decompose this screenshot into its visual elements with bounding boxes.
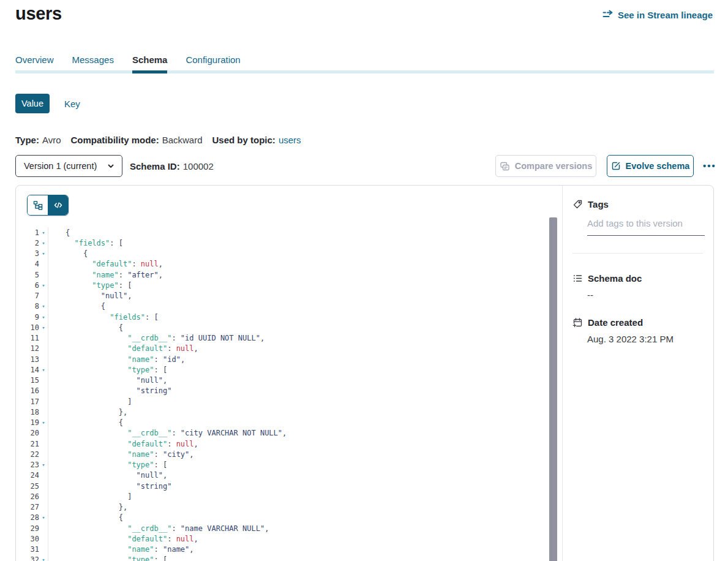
schema-doc-value: -- (587, 290, 703, 300)
fold-arrow-icon[interactable]: ▾ (39, 462, 48, 468)
line-number: 26 (16, 492, 39, 501)
code-line: 16 "string" (16, 386, 562, 396)
schema-id-field: Schema ID:100002 (130, 161, 214, 171)
view-mode-toggle (27, 195, 69, 216)
sidebar-divider (572, 253, 703, 254)
line-number: 17 (16, 397, 39, 406)
date-created-heading: Date created (572, 317, 703, 328)
code-line: 24 "null", (16, 470, 562, 481)
date-created-heading-label: Date created (588, 317, 643, 328)
schema-doc-heading-label: Schema doc (588, 273, 642, 284)
line-number: 5 (16, 271, 39, 279)
code-line: 15 "null", (16, 375, 562, 386)
tags-heading: Tags (572, 199, 703, 209)
code-line: 20 "__crdb__": "city VARCHAR NOT NULL", (16, 428, 562, 439)
tab-schema[interactable]: Schema (132, 55, 168, 66)
editor-toolbar (16, 186, 562, 216)
editor-scrollbar[interactable] (549, 217, 557, 561)
chevron-down-icon (107, 162, 114, 170)
tags-heading-label: Tags (588, 199, 609, 209)
code-line: 1▾{ (16, 227, 562, 238)
code-line: 4 "default": null, (16, 259, 562, 269)
fold-arrow-icon[interactable]: ▾ (39, 282, 48, 288)
line-number: 7 (16, 292, 39, 300)
code-text: "default": null, (48, 260, 163, 268)
code-line: 26 ] (16, 491, 562, 502)
code-text: "default": null, (48, 440, 198, 448)
code-line: 28▾ { (16, 513, 562, 523)
code-text: "name": "name", (48, 545, 194, 554)
line-number: 25 (16, 482, 39, 491)
compatibility-value: Backward (162, 135, 203, 145)
schema-panel: 1▾{2▾ "fields": [3▾ {4 "default": null,5… (15, 185, 714, 561)
compare-versions-button[interactable]: Compare versions (495, 155, 596, 177)
schema-code-editor[interactable]: 1▾{2▾ "fields": [3▾ {4 "default": null,5… (16, 186, 563, 561)
code-text: "string" (48, 386, 171, 395)
code-line: 7 "null", (16, 291, 562, 301)
line-number: 15 (16, 376, 39, 385)
topic-link[interactable]: users (279, 135, 301, 145)
tab-configuration[interactable]: Configuration (186, 55, 240, 66)
fold-arrow-icon[interactable]: ▾ (39, 230, 48, 236)
code-line: 22 "name": "city", (16, 449, 562, 459)
fold-arrow-icon[interactable]: ▾ (39, 314, 48, 320)
evolve-schema-button[interactable]: Evolve schema (607, 155, 694, 177)
value-toggle-button[interactable]: Value (15, 94, 50, 113)
code-line: 10▾ { (16, 322, 562, 333)
code-lines: 1▾{2▾ "fields": [3▾ {4 "default": null,5… (16, 227, 562, 561)
stream-lineage-link[interactable]: See in Stream lineage (602, 9, 713, 20)
code-text: "default": null, (48, 344, 198, 353)
version-select[interactable]: Version 1 (current) (15, 155, 122, 177)
code-line: 14▾ "type": [ (16, 364, 562, 375)
line-number: 6 (16, 281, 39, 290)
line-number: 23 (16, 461, 39, 469)
fold-arrow-icon[interactable]: ▾ (39, 420, 48, 426)
code-line: 27 }, (16, 502, 562, 513)
fold-arrow-icon[interactable]: ▾ (39, 514, 48, 521)
code-text: }, (48, 408, 127, 416)
tree-view-button[interactable] (28, 195, 48, 215)
code-line: 19▾ { (16, 418, 562, 428)
line-number: 30 (16, 535, 39, 543)
date-created-value: Aug. 3 2022 3:21 PM (587, 334, 703, 344)
code-view-icon (53, 200, 63, 210)
code-view-button[interactable] (48, 195, 68, 215)
line-number: 22 (16, 450, 39, 459)
stream-lineage-icon (602, 9, 614, 20)
tab-overview[interactable]: Overview (15, 55, 54, 66)
fold-arrow-icon[interactable]: ▾ (39, 557, 48, 561)
fold-arrow-icon[interactable]: ▾ (39, 325, 48, 331)
code-line: 12 "default": null, (16, 344, 562, 354)
code-text: "fields": [ (48, 239, 123, 247)
fold-arrow-icon[interactable]: ▾ (39, 367, 48, 373)
more-options-button[interactable]: ••• (702, 155, 718, 177)
line-number: 4 (16, 260, 39, 268)
tab-messages[interactable]: Messages (72, 55, 114, 66)
tab-bar: Overview Messages Schema Configuration (15, 55, 714, 66)
code-text: { (48, 418, 123, 427)
code-text: { (48, 249, 88, 258)
code-line: 5 "name": "after", (16, 269, 562, 280)
schema-doc-heading: Schema doc (572, 273, 703, 284)
code-text: { (48, 228, 70, 237)
fold-arrow-icon[interactable]: ▾ (39, 303, 48, 309)
add-tags-input[interactable] (587, 217, 705, 236)
line-number: 12 (16, 344, 39, 353)
version-bar: Version 1 (current) Schema ID:100002 Com… (15, 155, 718, 177)
used-by-topic-label: Used by topic: (212, 135, 276, 145)
fold-arrow-icon[interactable]: ▾ (39, 250, 48, 257)
value-key-toggle: Value Key (15, 94, 80, 113)
key-toggle-button[interactable]: Key (64, 99, 80, 109)
tree-view-icon (33, 200, 43, 210)
fold-arrow-icon[interactable]: ▾ (39, 240, 48, 246)
code-line: 6▾ "type": [ (16, 280, 562, 290)
code-text: ] (48, 397, 132, 406)
tag-icon (572, 199, 583, 209)
code-text: "__crdb__": "city VARCHAR NOT NULL", (48, 429, 287, 437)
line-number: 10 (16, 323, 39, 332)
compatibility-label: Compatibility mode: (70, 135, 159, 145)
code-line: 25 "string" (16, 481, 562, 491)
type-field: Type:Avro (15, 135, 61, 145)
type-label: Type: (15, 135, 39, 145)
compare-versions-label: Compare versions (515, 161, 593, 171)
